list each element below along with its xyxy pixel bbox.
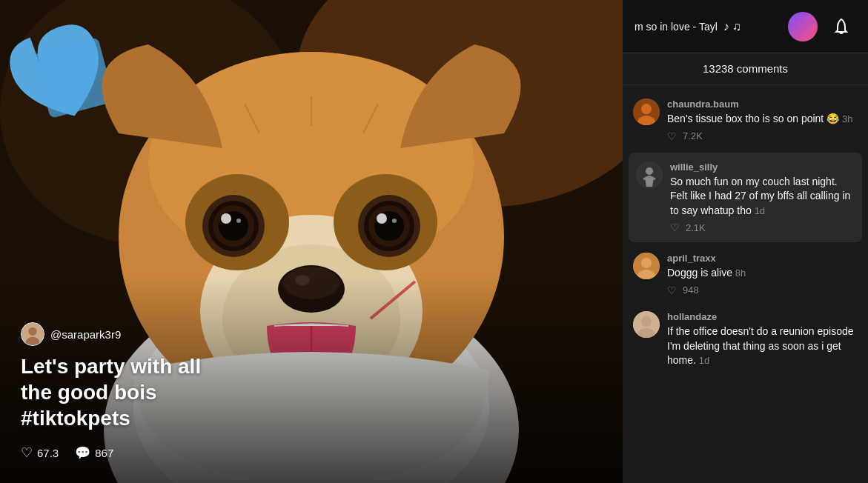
user-row: @sarapark3r9 xyxy=(21,322,608,346)
comment-likes: 7.2K xyxy=(683,130,703,141)
comment-item: april_traxx Doggg is alive 8h ♡ 948 xyxy=(623,245,868,304)
comments-total-count: 13238 comments xyxy=(703,62,788,75)
comment-text: So much fun on my couch last night. Felt… xyxy=(670,175,855,219)
comment-text: If the office doesn't do a reunion episo… xyxy=(667,324,858,368)
likes-stat: ♡ 67.3 xyxy=(21,444,59,461)
bell-icon xyxy=(832,18,850,36)
comment-likes: 948 xyxy=(683,284,699,296)
comments-stat: 💬 867 xyxy=(75,445,113,461)
comment-bubble-icon: 💬 xyxy=(75,445,90,461)
video-stats: ♡ 67.3 💬 867 xyxy=(21,444,608,461)
svg-point-35 xyxy=(641,104,652,114)
svg-point-16 xyxy=(221,213,231,224)
comment-meta: ♡ 2.1K xyxy=(670,221,855,233)
comment-likes: 2.1K xyxy=(686,222,706,233)
svg-point-17 xyxy=(236,219,241,223)
notification-bell-button[interactable] xyxy=(826,12,856,41)
comment-heart-icon: ♡ xyxy=(667,130,677,142)
comment-text: Ben's tissue box tho is so on point 😂 3h xyxy=(667,112,858,127)
svg-point-22 xyxy=(377,213,387,224)
comments-count-bar: 13238 comments xyxy=(623,53,868,85)
comments-panel: m so in love - Tayl ♪ ♫ 13238 comments xyxy=(623,0,868,483)
comment-item: chaundra.baum Ben's tissue box tho is so… xyxy=(623,91,868,150)
caption-area: @sarapark3r9 Let's party with allthe goo… xyxy=(21,322,608,461)
comment-text: Doggg is alive 8h xyxy=(667,266,858,281)
top-bar: m so in love - Tayl ♪ ♫ xyxy=(623,0,868,53)
commenter-username: willie_silly xyxy=(670,161,855,173)
commenter-username: april_traxx xyxy=(667,253,858,264)
likes-count: 67.3 xyxy=(37,447,59,459)
comment-body: hollandaze If the office doesn't do a re… xyxy=(667,311,858,372)
video-caption: Let's party with allthe good bois#tiktok… xyxy=(21,353,608,431)
comment-body: willie_silly So much fun on my couch las… xyxy=(670,161,855,234)
commenter-avatar xyxy=(633,311,660,338)
comment-item-highlighted: willie_silly So much fun on my couch las… xyxy=(629,153,862,243)
heart-icon: ♡ xyxy=(21,444,33,461)
svg-point-32 xyxy=(28,327,36,336)
comments-count: 867 xyxy=(95,447,113,459)
video-panel: @sarapark3r9 Let's party with allthe goo… xyxy=(0,0,623,483)
commenter-avatar xyxy=(633,99,660,125)
comment-heart-icon: ♡ xyxy=(670,221,680,233)
comment-heart-icon: ♡ xyxy=(667,284,677,296)
comment-item: hollandaze If the office doesn't do a re… xyxy=(623,304,868,379)
commenter-username: chaundra.baum xyxy=(667,99,858,110)
commenter-avatar xyxy=(636,161,663,188)
svg-point-38 xyxy=(646,167,653,175)
song-title: m so in love - Tayl xyxy=(635,21,718,33)
comments-list[interactable]: chaundra.baum Ben's tissue box tho is so… xyxy=(623,85,868,483)
comment-body: april_traxx Doggg is alive 8h ♡ 948 xyxy=(667,253,858,296)
comment-body: chaundra.baum Ben's tissue box tho is so… xyxy=(667,99,858,142)
comment-meta: ♡ 7.2K xyxy=(667,130,858,142)
commenter-username: hollandaze xyxy=(667,311,858,322)
creator-username: @sarapark3r9 xyxy=(50,328,121,341)
music-notes-icon: ♪ ♫ xyxy=(723,20,741,33)
svg-point-45 xyxy=(641,316,652,327)
commenter-avatar xyxy=(633,253,660,279)
song-info: m so in love - Tayl ♪ ♫ xyxy=(635,20,779,33)
artist-avatar-bubble[interactable] xyxy=(788,12,818,41)
svg-point-42 xyxy=(641,258,652,268)
svg-point-23 xyxy=(392,219,397,223)
comment-meta: ♡ 948 xyxy=(667,284,858,296)
creator-avatar xyxy=(21,322,44,346)
